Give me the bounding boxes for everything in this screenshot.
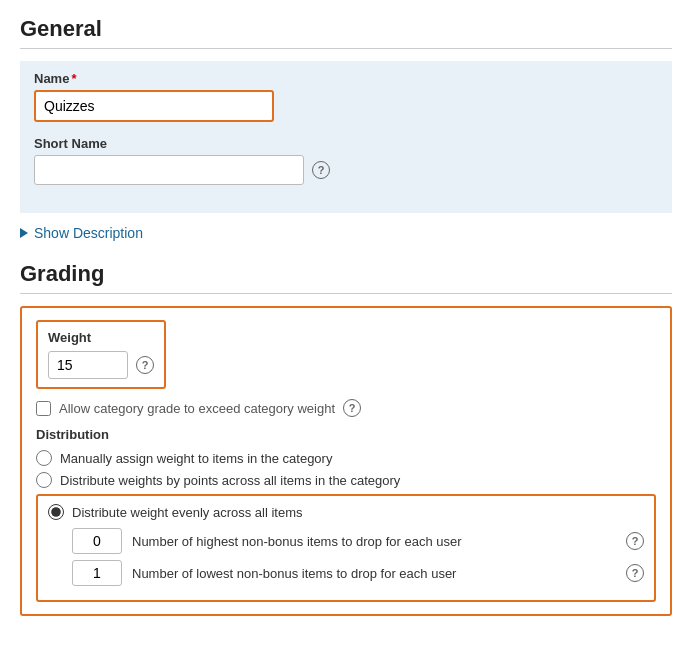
distribute-even-header: Distribute weight evenly across all item… [48,504,644,520]
distribution-radio-label-2: Distribute weights by points across all … [60,473,400,488]
weight-input[interactable] [48,351,128,379]
drop-lowest-row: Number of lowest non-bonus items to drop… [48,560,644,586]
weight-help-icon[interactable]: ? [136,356,154,374]
name-label: Name* [34,71,658,86]
distribute-even-box: Distribute weight evenly across all item… [36,494,656,602]
grading-title: Grading [20,261,672,294]
drop-lowest-help-icon[interactable]: ? [626,564,644,582]
weight-input-row: ? [48,351,154,379]
drop-lowest-label: Number of lowest non-bonus items to drop… [132,566,616,581]
allow-exceed-label: Allow category grade to exceed category … [59,401,335,416]
drop-highest-label: Number of highest non-bonus items to dro… [132,534,616,549]
short-name-help-icon[interactable]: ? [312,161,330,179]
allow-exceed-checkbox[interactable] [36,401,51,416]
distribution-radio-label-1: Manually assign weight to items in the c… [60,451,332,466]
short-name-field-row: Short Name ? [34,136,658,185]
weight-label: Weight [48,330,154,345]
drop-lowest-input[interactable] [72,560,122,586]
name-field-row: Name* [34,71,658,122]
show-description-toggle[interactable]: Show Description [20,221,672,245]
distribution-radio-2[interactable] [36,472,52,488]
page: General Name* Short Name ? Show Descript… [0,0,692,646]
weight-box: Weight ? [36,320,166,389]
grading-section: Weight ? Allow category grade to exceed … [20,306,672,616]
short-name-input[interactable] [34,155,304,185]
drop-highest-help-icon[interactable]: ? [626,532,644,550]
short-name-input-row: ? [34,155,658,185]
required-star: * [71,71,76,86]
short-name-label: Short Name [34,136,658,151]
triangle-icon [20,228,28,238]
distribution-radio-row-1: Manually assign weight to items in the c… [36,450,656,466]
allow-exceed-help-icon[interactable]: ? [343,399,361,417]
distribution-radio-label-3: Distribute weight evenly across all item… [72,505,302,520]
drop-highest-input[interactable] [72,528,122,554]
general-title: General [20,16,672,49]
name-section: Name* Short Name ? [20,61,672,213]
allow-exceed-row: Allow category grade to exceed category … [36,399,656,417]
name-input[interactable] [34,90,274,122]
distribution-radio-1[interactable] [36,450,52,466]
distribution-radio-3[interactable] [48,504,64,520]
distribution-radio-row-2: Distribute weights by points across all … [36,472,656,488]
drop-highest-row: Number of highest non-bonus items to dro… [48,528,644,554]
distribution-label: Distribution [36,427,656,442]
show-description-label: Show Description [34,225,143,241]
